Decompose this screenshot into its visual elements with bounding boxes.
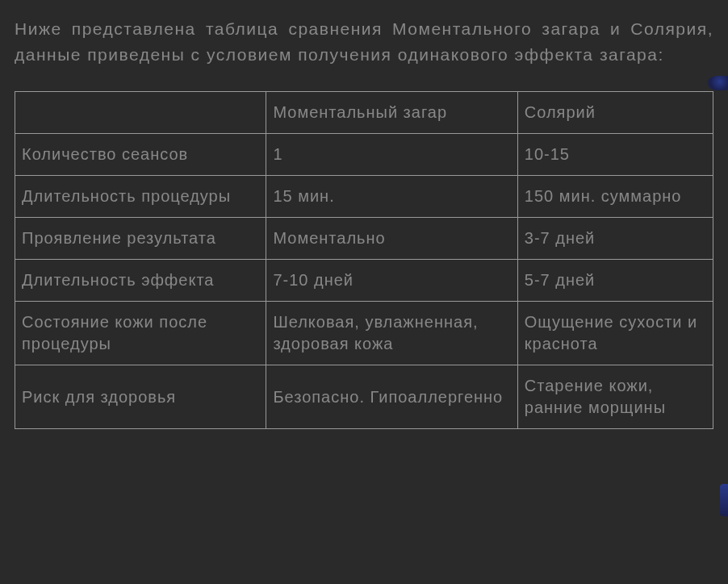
row-col2: 10-15 [517,134,713,176]
header-momental: Моментальный загар [266,92,517,134]
row-col1: Шелковая, увлажненная, здоровая кожа [266,302,517,365]
table-row: Проявление результата Моментально 3-7 дн… [15,218,713,260]
row-label: Длительность процедуры [15,176,266,218]
decor-blob-icon [707,76,728,90]
row-label: Длительность эффекта [15,260,266,302]
row-col1: 7-10 дней [266,260,517,302]
row-col1: Безопасно. Гипоаллергенно [266,365,517,429]
header-blank [15,92,266,134]
row-label: Количество сеансов [15,134,266,176]
row-col2: 3-7 дней [517,218,713,260]
row-label: Риск для здоровья [15,365,266,429]
row-col2: Старение кожи, ранние морщины [517,365,713,429]
row-col2: 5-7 дней [517,260,713,302]
decor-bar-icon [720,484,728,516]
table-row: Количество сеансов 1 10-15 [15,134,713,176]
row-label: Состояние кожи после процедуры [15,302,266,365]
table-row: Риск для здоровья Безопасно. Гипоаллерге… [15,365,713,429]
row-label: Проявление результата [15,218,266,260]
row-col1: 15 мин. [266,176,517,218]
table-row: Длительность эффекта 7-10 дней 5-7 дней [15,260,713,302]
row-col2: 150 мин. суммарно [517,176,713,218]
row-col1: Моментально [266,218,517,260]
table-row: Длительность процедуры 15 мин. 150 мин. … [15,176,713,218]
header-solarium: Солярий [517,92,713,134]
table-row: Состояние кожи после процедуры Шелковая,… [15,302,713,365]
table-header-row: Моментальный загар Солярий [15,92,713,134]
comparison-table: Моментальный загар Солярий Количество се… [15,91,713,429]
intro-paragraph: Ниже представлена таблица сравнения Моме… [15,16,713,67]
row-col1: 1 [266,134,517,176]
row-col2: Ощущение сухости и краснота [517,302,713,365]
